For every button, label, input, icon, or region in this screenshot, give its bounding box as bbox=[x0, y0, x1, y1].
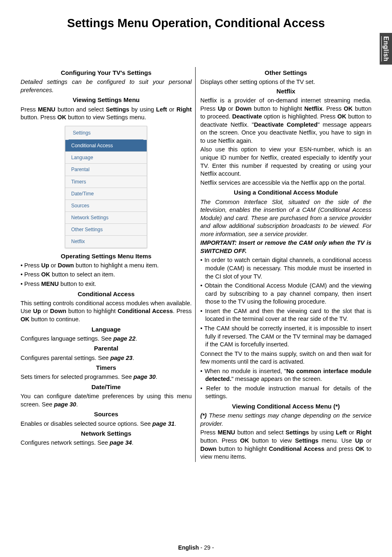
list-item-cam5: When no module is inserted, "No common i… bbox=[201, 367, 372, 383]
list-item-cam4: The CAM should be correctly inserted, it… bbox=[201, 325, 372, 349]
text-view-asterisk: (*) (*) These menu settings may change d… bbox=[201, 412, 372, 428]
list-item-cam1: In order to watch certain digital channe… bbox=[201, 256, 372, 281]
main-title: Settings Menu Operation, Conditional Acc… bbox=[21, 16, 371, 30]
settings-item-parental: Parental bbox=[65, 164, 147, 176]
text-network: Configures network settings. See page 34… bbox=[21, 439, 192, 447]
settings-item-conditional: Conditional Access bbox=[65, 140, 147, 152]
text-datetime: You can configure date/time preferences … bbox=[21, 392, 192, 408]
list-item-op3: Press MENU button to exit. bbox=[21, 280, 192, 288]
text-view-cam: Press MENU button and select Settings by… bbox=[201, 429, 372, 461]
text-netflix-portal: Netflix services are accessible via the … bbox=[201, 179, 372, 187]
heading-timers: Timers bbox=[21, 364, 192, 372]
list-item-cam3: Insert the CAM and then the viewing card… bbox=[201, 307, 372, 323]
settings-box-title: Settings bbox=[69, 126, 143, 140]
text-configuring-intro: Detailed settings can be configured to s… bbox=[21, 78, 192, 94]
settings-item-timers: Timers bbox=[65, 176, 147, 188]
text-netflix-1: Netflix is a provider of on-demand inter… bbox=[201, 97, 372, 145]
text-conditional: This setting controls conditional access… bbox=[21, 299, 192, 324]
text-timers: Sets timers for selected programmes. See… bbox=[21, 373, 192, 381]
language-tab: English bbox=[380, 33, 392, 65]
right-column: Other Settings Displays other setting op… bbox=[201, 67, 372, 462]
heading-parental: Parental bbox=[21, 344, 192, 353]
heading-sources: Sources bbox=[21, 410, 192, 418]
text-netflix-esn: Also use this option to view your ESN-nu… bbox=[201, 146, 372, 178]
heading-operating: Operating Settings Menu Items bbox=[21, 252, 192, 260]
text-cam-important: IMPORTANT: Insert or remove the CAM only… bbox=[201, 239, 372, 255]
heading-conditional: Conditional Access bbox=[21, 290, 192, 298]
settings-item-sources: Sources bbox=[65, 200, 147, 212]
text-other: Displays other setting options of the TV… bbox=[201, 78, 372, 86]
footer-page-number: - 29 - bbox=[199, 544, 214, 551]
settings-item-netflix: Netflix bbox=[65, 236, 147, 247]
settings-item-other: Other Settings bbox=[65, 224, 147, 236]
list-item-op2: Press OK button to select an item. bbox=[21, 271, 192, 279]
list-item-cam2: Obtain the Conditional Access Module (CA… bbox=[201, 282, 372, 306]
text-sources: Enables or disables selected source opti… bbox=[21, 420, 192, 428]
settings-item-language: Language bbox=[65, 152, 147, 164]
heading-netflix: Netflix bbox=[201, 87, 372, 95]
heading-viewing: Viewing Settings Menu bbox=[21, 96, 192, 104]
text-cam-intro: The Common Interface Slot, situated on t… bbox=[201, 198, 372, 239]
footer-language: English bbox=[178, 544, 199, 551]
left-column: Configuring Your TV's Settings Detailed … bbox=[21, 67, 196, 462]
text-viewing: Press MENU button and select Settings by… bbox=[21, 106, 192, 122]
heading-view-cam: Viewing Conditional Access Menu (*) bbox=[201, 402, 372, 411]
page-footer: English - 29 - bbox=[0, 544, 392, 551]
settings-item-network: Network Settings bbox=[65, 212, 147, 224]
heading-network: Network Settings bbox=[21, 429, 192, 438]
heading-other: Other Settings bbox=[201, 69, 372, 77]
heading-datetime: Date/Time bbox=[21, 383, 192, 391]
heading-language: Language bbox=[21, 325, 192, 334]
text-language: Configures language settings. See page 2… bbox=[21, 335, 192, 343]
settings-item-datetime: Date/Time bbox=[65, 188, 147, 200]
list-item-op1: Press Up or Down button to highlight a m… bbox=[21, 262, 192, 270]
settings-menu-screenshot: Settings Conditional Access Language Par… bbox=[65, 126, 147, 248]
list-item-cam6: Refer to the module instruction manual f… bbox=[201, 385, 372, 401]
text-cam-connect: Connect the TV to the mains supply, swit… bbox=[201, 350, 372, 366]
text-parental: Configures parental settings. See page 2… bbox=[21, 354, 192, 362]
heading-cam: Using a Conditional Access Module bbox=[201, 188, 372, 197]
heading-configuring: Configuring Your TV's Settings bbox=[21, 69, 192, 77]
